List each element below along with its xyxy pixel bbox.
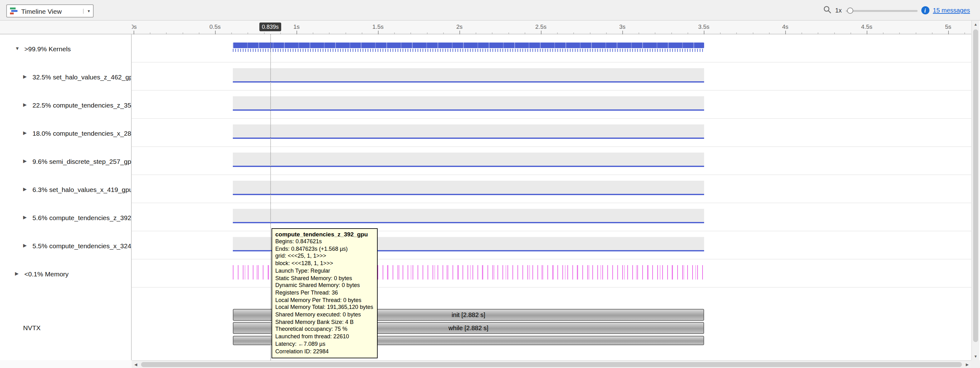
tree-row-label: 5.5% compute_tendencies_x_324_gpu: [32, 242, 132, 249]
tree-row-kernel-3[interactable]: ▶ 18.0% compute_tendencies_x_286_gpu: [0, 119, 131, 147]
zoom-slider-thumb[interactable]: [847, 7, 853, 13]
time-ruler[interactable]: 0s 0.5s 1s 1.5s 2s 2.5s 3s 3.5s 4s 4.5s …: [132, 21, 971, 34]
tree-row-label: 22.5% compute_tendencies_z_354_gpu: [32, 101, 132, 109]
tooltip-line: Static Shared Memory: 0 bytes: [275, 275, 373, 282]
tick-label: 3.5s: [698, 23, 710, 30]
tree-row-kernel-7[interactable]: ▶ 5.5% compute_tendencies_x_324_gpu: [0, 231, 131, 259]
timeline-row-memory[interactable]: [132, 259, 971, 288]
tooltip-line: Shared Memory Bank Size: 4 B: [275, 318, 373, 326]
bottom-left-strip: [0, 360, 132, 368]
tree-row-kernel-2[interactable]: ▶ 22.5% compute_tendencies_z_354_gpu: [0, 91, 131, 119]
tree-row-label: 9.6% semi_discrete_step_257_gpu: [32, 157, 132, 165]
timeline-row-kernels-summary[interactable]: [132, 34, 971, 62]
tooltip-line: Local Memory Per Thread: 0 bytes: [275, 297, 373, 304]
kernel-activity-band[interactable]: [233, 209, 704, 223]
kernel-activity-band[interactable]: [233, 125, 704, 139]
scroll-up-icon[interactable]: ▲: [972, 21, 979, 28]
tree-row-nvtx[interactable]: NVTX: [23, 324, 41, 331]
tooltip-line: Local Memory Total: 191,365,120 bytes: [275, 304, 373, 311]
cursor-time-badge: 0.839s: [259, 22, 281, 31]
horizontal-scrollbar-thumb[interactable]: [141, 362, 962, 367]
timeline-row-kernel[interactable]: [132, 91, 971, 119]
tooltip-line: Latency: ←7.089 µs: [275, 341, 373, 348]
tick-label: 3s: [619, 23, 625, 30]
kernels-summary-bar[interactable]: [233, 43, 704, 48]
tick-label: 0.5s: [209, 23, 221, 30]
tree-row-memory[interactable]: ▶ <0.1% Memory: [0, 259, 131, 288]
kernel-tooltip: compute_tendencies_z_392_gpu Begins: 0.8…: [272, 228, 378, 358]
expander-right-icon[interactable]: ▶: [23, 186, 29, 192]
timeline-canvas[interactable]: init [2.882 s] while [2.882 s] compute_t…: [132, 34, 971, 360]
tree-row-label: <0.1% Memory: [24, 270, 68, 277]
timeline-row-kernel[interactable]: [132, 119, 971, 147]
timeline-row-kernel[interactable]: [132, 203, 971, 231]
tooltip-line: Launched from thread: 22610: [275, 333, 373, 341]
expander-right-icon[interactable]: ▶: [23, 130, 29, 136]
horizontal-scrollbar[interactable]: ◀ ▶: [132, 360, 971, 368]
tree-row-label: 6.3% set_halo_values_x_419_gpu: [32, 186, 132, 193]
expander-right-icon[interactable]: ▶: [23, 243, 29, 248]
kernel-activity-band[interactable]: [233, 153, 704, 167]
kernel-instances-line: [233, 222, 704, 223]
vertical-scrollbar[interactable]: ▲ ▼: [971, 21, 979, 360]
timeline-row-kernel[interactable]: [132, 147, 971, 175]
tick-label: 2s: [456, 23, 463, 30]
scroll-right-icon[interactable]: ▶: [963, 360, 971, 368]
tree-row-kernel-5[interactable]: ▶ 6.3% set_halo_values_x_419_gpu: [0, 175, 131, 203]
tooltip-line: Theoretical occupancy: 75 %: [275, 326, 373, 333]
expander-right-icon[interactable]: ▶: [15, 271, 21, 277]
ruler-tickmarks: [132, 21, 971, 34]
tick-label: 1s: [293, 23, 300, 30]
tooltip-line: Correlation ID: 22984: [275, 348, 373, 355]
kernel-activity-band[interactable]: [233, 181, 704, 195]
tooltip-line: block: <<<128, 1, 1>>>: [275, 260, 373, 267]
magnifier-icon: [823, 5, 831, 16]
tooltip-title: compute_tendencies_z_392_gpu: [275, 231, 373, 238]
vertical-scrollbar-thumb[interactable]: [973, 29, 978, 342]
kernel-instances-line: [233, 138, 704, 139]
tree-row-kernel-6[interactable]: ▶ 5.6% compute_tendencies_z_392_gpu: [0, 203, 131, 231]
timeline-row-kernel[interactable]: [132, 62, 971, 91]
nsight-systems-timeline-window: Timeline View ▾ 1x i 15 messages 0s 0.5s: [0, 0, 980, 368]
tick-label: 0s: [132, 23, 137, 30]
timeline-row-kernel[interactable]: [132, 175, 971, 203]
expander-down-icon[interactable]: ▼: [15, 46, 21, 51]
chevron-down-icon: ▾: [83, 8, 90, 13]
kernel-instances-line: [233, 109, 704, 111]
kernel-activity-band[interactable]: [233, 68, 704, 83]
tick-label: 4.5s: [861, 23, 872, 30]
scrollbar-corner: [971, 360, 980, 368]
toolbar: Timeline View ▾ 1x i 15 messages: [0, 0, 980, 21]
expander-right-icon[interactable]: ▶: [23, 102, 29, 107]
tooltip-line: Ends: 0.847623s (+1.568 µs): [275, 245, 373, 253]
scroll-down-icon[interactable]: ▼: [972, 352, 979, 360]
messages-link[interactable]: 15 messages: [933, 7, 970, 14]
tooltip-line: Dynamic Shared Memory: 0 bytes: [275, 282, 373, 289]
timeline-row-kernel[interactable]: [132, 231, 971, 259]
kernel-instances-line: [233, 194, 704, 195]
toolbar-right-group: 1x i 15 messages: [823, 0, 970, 21]
info-icon[interactable]: i: [921, 6, 929, 14]
view-selector-dropdown[interactable]: Timeline View ▾: [6, 4, 94, 18]
tick-label: 2.5s: [535, 23, 546, 30]
kernel-activity-band[interactable]: [233, 96, 704, 111]
ruler-row: 0s 0.5s 1s 1.5s 2s 2.5s 3s 3.5s 4s 4.5s …: [0, 21, 971, 34]
tick-label: 4s: [782, 23, 788, 30]
zoom-level-label: 1x: [835, 7, 842, 14]
tooltip-line: Launch Type: Regular: [275, 268, 373, 275]
kernels-summary-ticks: [233, 49, 704, 52]
zoom-slider[interactable]: [845, 6, 917, 15]
tree-row-label: 32.5% set_halo_values_z_462_gpu: [32, 73, 132, 80]
expander-right-icon[interactable]: ▶: [23, 74, 29, 79]
kernel-instances-line: [233, 81, 704, 83]
expander-right-icon[interactable]: ▶: [23, 158, 29, 164]
tree-row-kernels[interactable]: ▼ >99.9% Kernels: [0, 34, 131, 62]
tree-row-kernel-1[interactable]: ▶ 32.5% set_halo_values_z_462_gpu: [0, 62, 131, 91]
tooltip-line: grid: <<<25, 1, 1>>>: [275, 253, 373, 260]
tooltip-line: Registers Per Thread: 36: [275, 290, 373, 297]
scroll-left-icon[interactable]: ◀: [132, 360, 140, 368]
expander-right-icon[interactable]: ▶: [23, 214, 29, 220]
tooltip-line: Shared Memory executed: 0 bytes: [275, 311, 373, 318]
tick-label: 5s: [945, 23, 951, 30]
tree-row-kernel-4[interactable]: ▶ 9.6% semi_discrete_step_257_gpu: [0, 147, 131, 175]
